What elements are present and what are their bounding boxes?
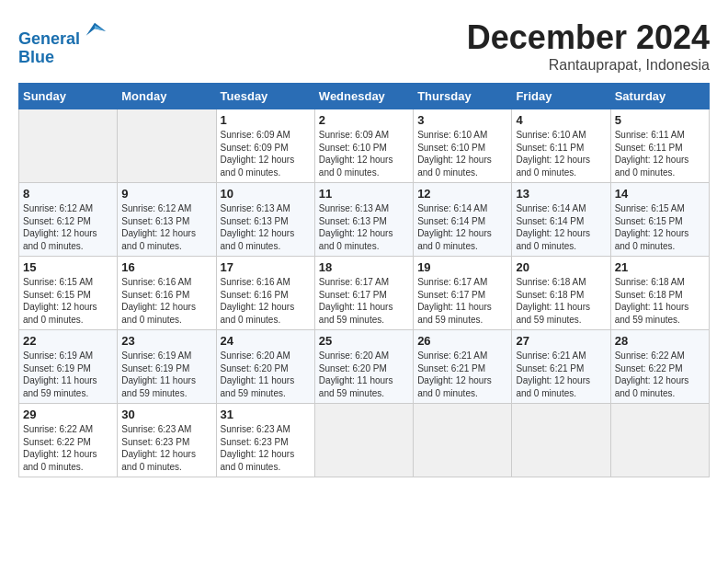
day-info: Sunrise: 6:19 AMSunset: 6:19 PMDaylight:… <box>121 350 211 399</box>
calendar-week-4: 22Sunrise: 6:19 AMSunset: 6:19 PMDayligh… <box>19 330 710 404</box>
calendar-cell <box>610 404 709 477</box>
day-number: 2 <box>319 113 409 127</box>
calendar-cell: 27Sunrise: 6:21 AMSunset: 6:21 PMDayligh… <box>512 330 610 404</box>
calendar-cell: 10Sunrise: 6:13 AMSunset: 6:13 PMDayligh… <box>216 183 314 257</box>
day-number: 8 <box>23 187 113 201</box>
calendar-cell: 16Sunrise: 6:16 AMSunset: 6:16 PMDayligh… <box>118 257 216 330</box>
day-number: 14 <box>615 187 705 201</box>
day-number: 13 <box>516 187 606 201</box>
calendar-cell: 14Sunrise: 6:15 AMSunset: 6:15 PMDayligh… <box>610 183 709 257</box>
month-title: December 2024 <box>467 18 710 57</box>
calendar-cell: 11Sunrise: 6:13 AMSunset: 6:13 PMDayligh… <box>314 183 413 257</box>
weekday-header-friday: Friday <box>512 84 610 109</box>
calendar-cell: 15Sunrise: 6:15 AMSunset: 6:15 PMDayligh… <box>19 257 118 330</box>
calendar-cell: 28Sunrise: 6:22 AMSunset: 6:22 PMDayligh… <box>610 330 709 404</box>
day-number: 17 <box>221 260 311 274</box>
day-info: Sunrise: 6:11 AMSunset: 6:11 PMDaylight:… <box>615 129 705 178</box>
calendar-cell: 4Sunrise: 6:10 AMSunset: 6:11 PMDaylight… <box>512 109 610 183</box>
calendar-cell: 5Sunrise: 6:11 AMSunset: 6:11 PMDaylight… <box>610 109 709 183</box>
day-info: Sunrise: 6:21 AMSunset: 6:21 PMDaylight:… <box>516 350 606 399</box>
day-number: 10 <box>221 187 311 201</box>
calendar-cell: 13Sunrise: 6:14 AMSunset: 6:14 PMDayligh… <box>512 183 610 257</box>
calendar-cell: 25Sunrise: 6:20 AMSunset: 6:20 PMDayligh… <box>314 330 413 404</box>
calendar-cell: 22Sunrise: 6:19 AMSunset: 6:19 PMDayligh… <box>19 330 118 404</box>
day-info: Sunrise: 6:09 AMSunset: 6:09 PMDaylight:… <box>221 129 311 178</box>
calendar-cell: 1Sunrise: 6:09 AMSunset: 6:09 PMDaylight… <box>216 109 314 183</box>
calendar-cell <box>19 109 118 183</box>
day-number: 12 <box>417 187 507 201</box>
day-info: Sunrise: 6:20 AMSunset: 6:20 PMDaylight:… <box>319 350 409 399</box>
day-info: Sunrise: 6:20 AMSunset: 6:20 PMDaylight:… <box>221 350 311 399</box>
location-subtitle: Rantauprapat, Indonesia <box>467 57 710 74</box>
day-number: 29 <box>23 408 113 421</box>
day-info: Sunrise: 6:16 AMSunset: 6:16 PMDaylight:… <box>221 276 311 326</box>
day-number: 31 <box>221 408 311 421</box>
day-number: 28 <box>615 334 705 348</box>
calendar-cell <box>414 404 512 477</box>
day-info: Sunrise: 6:12 AMSunset: 6:12 PMDaylight:… <box>23 202 113 252</box>
day-number: 24 <box>221 334 311 348</box>
calendar-cell: 17Sunrise: 6:16 AMSunset: 6:16 PMDayligh… <box>216 257 314 330</box>
day-info: Sunrise: 6:15 AMSunset: 6:15 PMDaylight:… <box>23 276 113 326</box>
day-info: Sunrise: 6:13 AMSunset: 6:13 PMDaylight:… <box>221 202 311 252</box>
day-info: Sunrise: 6:23 AMSunset: 6:23 PMDaylight:… <box>121 423 211 473</box>
day-number: 15 <box>23 260 113 274</box>
day-info: Sunrise: 6:21 AMSunset: 6:21 PMDaylight:… <box>417 350 507 399</box>
day-number: 4 <box>516 113 606 127</box>
calendar-cell: 24Sunrise: 6:20 AMSunset: 6:20 PMDayligh… <box>216 330 314 404</box>
calendar-header-row: SundayMondayTuesdayWednesdayThursdayFrid… <box>19 84 710 109</box>
day-number: 26 <box>417 334 507 348</box>
calendar-table: SundayMondayTuesdayWednesdayThursdayFrid… <box>18 83 710 477</box>
svg-marker-0 <box>86 23 106 36</box>
calendar-cell: 29Sunrise: 6:22 AMSunset: 6:22 PMDayligh… <box>19 404 118 477</box>
calendar-week-1: 1Sunrise: 6:09 AMSunset: 6:09 PMDaylight… <box>19 109 710 183</box>
logo-blue: Blue <box>18 48 54 66</box>
weekday-header-tuesday: Tuesday <box>216 84 314 109</box>
calendar-cell: 26Sunrise: 6:21 AMSunset: 6:21 PMDayligh… <box>414 330 512 404</box>
day-info: Sunrise: 6:23 AMSunset: 6:23 PMDaylight:… <box>221 423 311 473</box>
day-number: 20 <box>516 260 606 274</box>
weekday-header-sunday: Sunday <box>19 84 118 109</box>
day-number: 19 <box>417 260 507 274</box>
day-info: Sunrise: 6:14 AMSunset: 6:14 PMDaylight:… <box>417 202 507 252</box>
day-number: 25 <box>319 334 409 348</box>
calendar-cell: 21Sunrise: 6:18 AMSunset: 6:18 PMDayligh… <box>610 257 709 330</box>
day-number: 3 <box>417 113 507 127</box>
calendar-cell: 18Sunrise: 6:17 AMSunset: 6:17 PMDayligh… <box>314 257 413 330</box>
calendar-cell: 19Sunrise: 6:17 AMSunset: 6:17 PMDayligh… <box>414 257 512 330</box>
day-info: Sunrise: 6:12 AMSunset: 6:13 PMDaylight:… <box>121 202 211 252</box>
day-number: 21 <box>615 260 705 274</box>
day-info: Sunrise: 6:22 AMSunset: 6:22 PMDaylight:… <box>23 423 113 473</box>
calendar-cell <box>314 404 413 477</box>
day-info: Sunrise: 6:16 AMSunset: 6:16 PMDaylight:… <box>121 276 211 326</box>
day-info: Sunrise: 6:18 AMSunset: 6:18 PMDaylight:… <box>516 276 606 326</box>
calendar-cell: 3Sunrise: 6:10 AMSunset: 6:10 PMDaylight… <box>414 109 512 183</box>
title-block: December 2024 Rantauprapat, Indonesia <box>467 18 710 74</box>
calendar-cell: 30Sunrise: 6:23 AMSunset: 6:23 PMDayligh… <box>118 404 216 477</box>
day-number: 30 <box>121 408 211 421</box>
calendar-cell: 31Sunrise: 6:23 AMSunset: 6:23 PMDayligh… <box>216 404 314 477</box>
day-info: Sunrise: 6:10 AMSunset: 6:10 PMDaylight:… <box>417 129 507 178</box>
calendar-cell: 20Sunrise: 6:18 AMSunset: 6:18 PMDayligh… <box>512 257 610 330</box>
calendar-cell: 9Sunrise: 6:12 AMSunset: 6:13 PMDaylight… <box>118 183 216 257</box>
weekday-header-monday: Monday <box>118 84 216 109</box>
day-info: Sunrise: 6:17 AMSunset: 6:17 PMDaylight:… <box>417 276 507 326</box>
logo-general: General <box>18 29 80 48</box>
calendar-cell: 2Sunrise: 6:09 AMSunset: 6:10 PMDaylight… <box>314 109 413 183</box>
calendar-cell <box>512 404 610 477</box>
day-number: 23 <box>121 334 211 348</box>
day-number: 9 <box>121 187 211 201</box>
calendar-cell: 23Sunrise: 6:19 AMSunset: 6:19 PMDayligh… <box>118 330 216 404</box>
day-number: 11 <box>319 187 409 201</box>
day-info: Sunrise: 6:15 AMSunset: 6:15 PMDaylight:… <box>615 202 705 252</box>
logo-bird-icon <box>82 18 108 44</box>
day-info: Sunrise: 6:10 AMSunset: 6:11 PMDaylight:… <box>516 129 606 178</box>
day-number: 5 <box>615 113 705 127</box>
logo: General Blue <box>18 18 108 67</box>
weekday-header-wednesday: Wednesday <box>314 84 413 109</box>
calendar-week-5: 29Sunrise: 6:22 AMSunset: 6:22 PMDayligh… <box>19 404 710 477</box>
weekday-header-saturday: Saturday <box>610 84 709 109</box>
calendar-body: 1Sunrise: 6:09 AMSunset: 6:09 PMDaylight… <box>19 109 710 477</box>
day-info: Sunrise: 6:14 AMSunset: 6:14 PMDaylight:… <box>516 202 606 252</box>
day-number: 18 <box>319 260 409 274</box>
